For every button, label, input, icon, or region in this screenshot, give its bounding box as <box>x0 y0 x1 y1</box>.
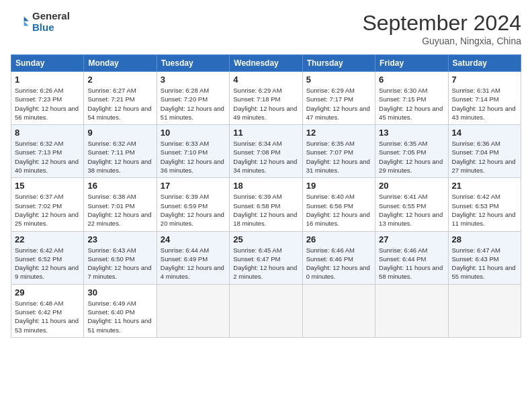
day-info: Sunrise: 6:42 AM Sunset: 6:53 PM Dayligh… <box>452 192 517 228</box>
calendar-cell: 9 Sunrise: 6:32 AM Sunset: 7:11 PM Dayli… <box>84 125 157 178</box>
day-number: 27 <box>379 234 444 244</box>
day-number: 15 <box>15 181 80 191</box>
day-info: Sunrise: 6:27 AM Sunset: 7:21 PM Dayligh… <box>87 86 152 122</box>
day-number: 24 <box>161 234 226 244</box>
calendar-cell: 10 Sunrise: 6:33 AM Sunset: 7:10 PM Dayl… <box>157 125 229 178</box>
calendar-row: 15 Sunrise: 6:37 AM Sunset: 7:02 PM Dayl… <box>11 178 521 231</box>
calendar-cell: 22 Sunrise: 6:42 AM Sunset: 6:52 PM Dayl… <box>11 231 84 284</box>
calendar-row: 1 Sunrise: 6:26 AM Sunset: 7:23 PM Dayli… <box>11 72 521 125</box>
day-number: 6 <box>379 75 444 85</box>
calendar-cell: 4 Sunrise: 6:29 AM Sunset: 7:18 PM Dayli… <box>230 72 302 125</box>
day-info: Sunrise: 6:39 AM Sunset: 6:59 PM Dayligh… <box>161 192 226 228</box>
calendar-cell: 3 Sunrise: 6:28 AM Sunset: 7:20 PM Dayli… <box>157 72 229 125</box>
day-info: Sunrise: 6:30 AM Sunset: 7:15 PM Dayligh… <box>379 86 444 122</box>
calendar-cell: 27 Sunrise: 6:46 AM Sunset: 6:44 PM Dayl… <box>375 231 448 284</box>
calendar-cell: 7 Sunrise: 6:31 AM Sunset: 7:14 PM Dayli… <box>448 72 521 125</box>
logo-text: General Blue <box>32 11 70 33</box>
calendar-table: SundayMondayTuesdayWednesdayThursdayFrid… <box>11 54 521 338</box>
day-info: Sunrise: 6:45 AM Sunset: 6:47 PM Dayligh… <box>233 246 298 281</box>
calendar-cell: 6 Sunrise: 6:30 AM Sunset: 7:15 PM Dayli… <box>375 72 448 125</box>
day-info: Sunrise: 6:43 AM Sunset: 6:50 PM Dayligh… <box>87 246 152 281</box>
weekday-header: Wednesday <box>230 55 302 72</box>
day-number: 11 <box>233 128 298 138</box>
day-number: 12 <box>306 128 371 138</box>
day-info: Sunrise: 6:35 AM Sunset: 7:05 PM Dayligh… <box>379 139 444 175</box>
calendar-cell: 20 Sunrise: 6:41 AM Sunset: 6:55 PM Dayl… <box>375 178 448 231</box>
logo: General Blue <box>11 11 70 33</box>
calendar-cell: 28 Sunrise: 6:47 AM Sunset: 6:43 PM Dayl… <box>448 231 521 284</box>
calendar-cell: 23 Sunrise: 6:43 AM Sunset: 6:50 PM Dayl… <box>84 231 157 284</box>
page-header: General Blue September 2024 Guyuan, Ning… <box>11 11 521 46</box>
day-number: 7 <box>452 75 517 85</box>
day-info: Sunrise: 6:49 AM Sunset: 6:40 PM Dayligh… <box>87 299 152 334</box>
day-number: 13 <box>379 128 444 138</box>
day-info: Sunrise: 6:47 AM Sunset: 6:43 PM Dayligh… <box>452 246 517 281</box>
day-number: 20 <box>379 181 444 191</box>
title-block: September 2024 Guyuan, Ningxia, China <box>362 11 521 46</box>
calendar-cell: 18 Sunrise: 6:39 AM Sunset: 6:58 PM Dayl… <box>230 178 302 231</box>
day-number: 26 <box>306 234 371 244</box>
day-info: Sunrise: 6:40 AM Sunset: 6:56 PM Dayligh… <box>306 192 371 228</box>
day-number: 10 <box>161 128 226 138</box>
svg-marker-1 <box>24 21 29 26</box>
day-number: 2 <box>87 75 152 85</box>
calendar-cell <box>375 284 448 337</box>
day-number: 23 <box>87 234 152 244</box>
day-info: Sunrise: 6:39 AM Sunset: 6:58 PM Dayligh… <box>233 192 298 228</box>
calendar-cell: 5 Sunrise: 6:29 AM Sunset: 7:17 PM Dayli… <box>302 72 375 125</box>
calendar-header-row: SundayMondayTuesdayWednesdayThursdayFrid… <box>11 55 521 72</box>
logo-icon <box>11 13 30 32</box>
calendar-cell <box>157 284 229 337</box>
calendar-cell <box>230 284 302 337</box>
calendar-cell: 17 Sunrise: 6:39 AM Sunset: 6:59 PM Dayl… <box>157 178 229 231</box>
month-title: September 2024 <box>362 11 521 36</box>
weekday-header: Friday <box>375 55 448 72</box>
calendar-row: 8 Sunrise: 6:32 AM Sunset: 7:13 PM Dayli… <box>11 125 521 178</box>
day-number: 18 <box>233 181 298 191</box>
location: Guyuan, Ningxia, China <box>362 36 521 46</box>
day-number: 14 <box>452 128 517 138</box>
day-info: Sunrise: 6:29 AM Sunset: 7:18 PM Dayligh… <box>233 86 298 122</box>
calendar-row: 22 Sunrise: 6:42 AM Sunset: 6:52 PM Dayl… <box>11 231 521 284</box>
day-info: Sunrise: 6:29 AM Sunset: 7:17 PM Dayligh… <box>306 86 371 122</box>
day-info: Sunrise: 6:37 AM Sunset: 7:02 PM Dayligh… <box>15 192 80 228</box>
day-number: 19 <box>306 181 371 191</box>
day-info: Sunrise: 6:31 AM Sunset: 7:14 PM Dayligh… <box>452 86 517 122</box>
day-info: Sunrise: 6:32 AM Sunset: 7:11 PM Dayligh… <box>87 139 152 175</box>
day-info: Sunrise: 6:46 AM Sunset: 6:44 PM Dayligh… <box>379 246 444 281</box>
calendar-cell: 13 Sunrise: 6:35 AM Sunset: 7:05 PM Dayl… <box>375 125 448 178</box>
day-info: Sunrise: 6:42 AM Sunset: 6:52 PM Dayligh… <box>15 246 80 281</box>
calendar-row: 29 Sunrise: 6:48 AM Sunset: 6:42 PM Dayl… <box>11 284 521 337</box>
calendar-cell: 15 Sunrise: 6:37 AM Sunset: 7:02 PM Dayl… <box>11 178 84 231</box>
weekday-header: Tuesday <box>157 55 229 72</box>
svg-marker-0 <box>24 16 29 21</box>
calendar-cell: 24 Sunrise: 6:44 AM Sunset: 6:49 PM Dayl… <box>157 231 229 284</box>
calendar-cell: 16 Sunrise: 6:38 AM Sunset: 7:01 PM Dayl… <box>84 178 157 231</box>
day-info: Sunrise: 6:46 AM Sunset: 6:46 PM Dayligh… <box>306 246 371 281</box>
calendar-cell: 12 Sunrise: 6:35 AM Sunset: 7:07 PM Dayl… <box>302 125 375 178</box>
logo-blue: Blue <box>32 22 70 34</box>
calendar-cell <box>302 284 375 337</box>
calendar-cell: 14 Sunrise: 6:36 AM Sunset: 7:04 PM Dayl… <box>448 125 521 178</box>
day-number: 21 <box>452 181 517 191</box>
calendar-cell: 19 Sunrise: 6:40 AM Sunset: 6:56 PM Dayl… <box>302 178 375 231</box>
day-info: Sunrise: 6:34 AM Sunset: 7:08 PM Dayligh… <box>233 139 298 175</box>
day-number: 5 <box>306 75 371 85</box>
day-number: 30 <box>87 287 152 298</box>
day-info: Sunrise: 6:38 AM Sunset: 7:01 PM Dayligh… <box>87 192 152 228</box>
day-number: 25 <box>233 234 298 244</box>
day-number: 4 <box>233 75 298 85</box>
calendar-cell: 29 Sunrise: 6:48 AM Sunset: 6:42 PM Dayl… <box>11 284 84 337</box>
calendar-cell: 25 Sunrise: 6:45 AM Sunset: 6:47 PM Dayl… <box>230 231 302 284</box>
day-number: 3 <box>161 75 226 85</box>
day-info: Sunrise: 6:28 AM Sunset: 7:20 PM Dayligh… <box>161 86 226 122</box>
day-number: 28 <box>452 234 517 244</box>
day-info: Sunrise: 6:26 AM Sunset: 7:23 PM Dayligh… <box>15 86 80 122</box>
day-info: Sunrise: 6:35 AM Sunset: 7:07 PM Dayligh… <box>306 139 371 175</box>
day-number: 29 <box>15 287 80 298</box>
day-number: 9 <box>87 128 152 138</box>
day-number: 1 <box>15 75 80 85</box>
calendar-cell: 30 Sunrise: 6:49 AM Sunset: 6:40 PM Dayl… <box>84 284 157 337</box>
day-number: 22 <box>15 234 80 244</box>
weekday-header: Monday <box>84 55 157 72</box>
